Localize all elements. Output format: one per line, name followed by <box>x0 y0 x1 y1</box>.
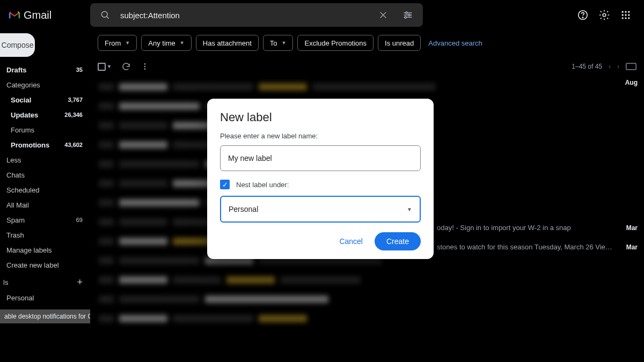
search-input[interactable] <box>120 11 368 20</box>
apps-grid-icon[interactable] <box>616 5 635 25</box>
more-menu-icon[interactable] <box>141 62 149 71</box>
chevron-down-icon: ▼ <box>407 206 412 212</box>
filter-chip-has-attachment[interactable]: Has attachment <box>196 35 259 51</box>
nest-checkbox-label: Nest label under: <box>236 181 289 189</box>
cancel-button[interactable]: Cancel <box>332 233 370 250</box>
sidebar-item-label: Less <box>6 156 21 164</box>
search-bar[interactable] <box>90 3 423 27</box>
parent-label-select[interactable]: Personal ▼ <box>220 196 421 223</box>
email-snippet: oday! - Sign in to import your W-2 in a … <box>437 224 616 232</box>
filter-chip-any-time[interactable]: Any time▼ <box>141 35 192 51</box>
sidebar-item-count: 69 <box>76 217 83 223</box>
create-button[interactable]: Create <box>375 232 421 250</box>
sidebar-item-count: 3,767 <box>68 97 83 103</box>
header-actions <box>573 5 638 25</box>
advanced-search-link[interactable]: Advanced search <box>428 39 482 47</box>
svg-rect-25 <box>626 63 636 70</box>
gmail-logo[interactable]: Gmail <box>6 9 90 21</box>
filter-chip-exclude-promotions[interactable]: Exclude Promotions <box>297 35 374 51</box>
sidebar-item-manage-labels[interactable]: Manage labels <box>0 242 90 257</box>
svg-point-0 <box>101 11 107 17</box>
sidebar-item-updates[interactable]: Updates26,346 <box>0 107 90 122</box>
refresh-icon[interactable] <box>121 62 131 71</box>
gmail-m-icon <box>9 11 20 19</box>
svg-point-18 <box>628 14 630 16</box>
sidebar-item-create-new-label[interactable]: Create new label <box>0 257 90 272</box>
add-label-icon[interactable]: + <box>77 277 83 288</box>
chevron-down-icon: ▼ <box>282 40 287 46</box>
filter-chip-to[interactable]: To▼ <box>263 35 294 51</box>
parent-label-value: Personal <box>229 205 258 213</box>
sidebar-item-categories[interactable]: Categories <box>0 77 90 92</box>
sidebar-item-trash[interactable]: Trash <box>0 227 90 242</box>
nest-checkbox[interactable]: ✓ <box>220 180 230 189</box>
sidebar-item-label: Forums <box>11 126 34 134</box>
svg-point-7 <box>406 12 407 13</box>
sidebar-item-label: Scheduled <box>6 186 39 194</box>
sidebar-item-drafts[interactable]: Drafts35 <box>0 62 90 77</box>
svg-point-23 <box>144 66 146 68</box>
sidebar-item-scheduled[interactable]: Scheduled <box>0 182 90 197</box>
chevron-down-icon[interactable]: ▼ <box>107 64 112 69</box>
chevron-down-icon: ▼ <box>125 40 130 46</box>
sidebar-label-personal[interactable]: Personal <box>0 290 90 305</box>
sidebar-item-label: Updates <box>11 111 38 119</box>
help-icon[interactable] <box>573 5 592 25</box>
pagination-range: 1–45 of 45 <box>572 63 602 70</box>
labels-heading-text: ls <box>3 278 8 286</box>
sidebar-item-forums[interactable]: Forums <box>0 122 90 137</box>
email-date: Mar <box>626 243 638 251</box>
sidebar-item-social[interactable]: Social3,767 <box>0 92 90 107</box>
sidebar-item-label: Create new label <box>6 261 59 269</box>
search-icon[interactable] <box>96 5 115 25</box>
email-date: Aug <box>625 79 638 86</box>
chip-label: Exclude Promotions <box>304 39 367 47</box>
sidebar: Compose Drafts35CategoriesSocial3,767Upd… <box>0 30 90 362</box>
sidebar-item-all-mail[interactable]: All Mail <box>0 197 90 212</box>
list-toolbar: ▼ 1–45 of 45 ‹ › <box>93 56 641 77</box>
svg-point-24 <box>144 68 146 70</box>
svg-point-17 <box>625 14 626 16</box>
filter-chips-row: From▼Any time▼Has attachmentTo▼Exclude P… <box>93 30 641 56</box>
input-tools-icon[interactable] <box>626 63 636 70</box>
svg-point-21 <box>628 17 630 19</box>
sidebar-item-label: Drafts <box>6 66 27 74</box>
svg-point-11 <box>582 17 583 18</box>
svg-line-1 <box>107 17 109 19</box>
sidebar-item-promotions[interactable]: Promotions43,602 <box>0 137 90 152</box>
svg-point-20 <box>625 17 626 19</box>
clear-search-icon[interactable] <box>374 5 393 25</box>
search-options-icon[interactable] <box>398 5 418 25</box>
notification-banner[interactable]: able desktop notifications for G <box>0 309 90 323</box>
next-page-icon[interactable]: › <box>617 63 619 70</box>
sidebar-item-label: Chats <box>6 171 25 179</box>
svg-point-12 <box>603 13 606 17</box>
chip-label: Has attachment <box>203 39 252 47</box>
email-snippet: stones to watch for this season Tuesday,… <box>437 243 616 251</box>
label-name-input[interactable] <box>220 145 421 171</box>
compose-button[interactable]: Compose <box>0 33 35 57</box>
sidebar-item-label: Promotions <box>11 141 49 149</box>
labels-section-header: ls + <box>0 272 90 290</box>
app-header: Gmail <box>0 0 644 30</box>
chip-label: From <box>105 39 121 47</box>
label-name-prompt: Please enter a new label name: <box>220 132 421 140</box>
sidebar-item-less[interactable]: Less <box>0 152 90 167</box>
sidebar-item-spam[interactable]: Spam69 <box>0 212 90 227</box>
filter-chip-is-unread[interactable]: Is unread <box>378 35 421 51</box>
svg-point-16 <box>622 14 624 16</box>
chip-label: Is unread <box>385 39 414 47</box>
prev-page-icon[interactable]: ‹ <box>609 63 611 70</box>
filter-chip-from[interactable]: From▼ <box>98 35 137 51</box>
settings-gear-icon[interactable] <box>595 5 614 25</box>
sidebar-item-label: Trash <box>6 231 24 239</box>
dialog-title: New label <box>220 110 421 124</box>
sidebar-item-label: Categories <box>6 81 40 89</box>
sidebar-item-chats[interactable]: Chats <box>0 167 90 182</box>
svg-point-15 <box>628 11 630 13</box>
sidebar-item-count: 43,602 <box>64 142 83 148</box>
select-all-checkbox[interactable]: ▼ <box>98 63 112 71</box>
sidebar-item-count: 26,346 <box>64 112 83 118</box>
chevron-down-icon: ▼ <box>180 40 185 46</box>
sidebar-item-label: Spam <box>6 216 25 224</box>
